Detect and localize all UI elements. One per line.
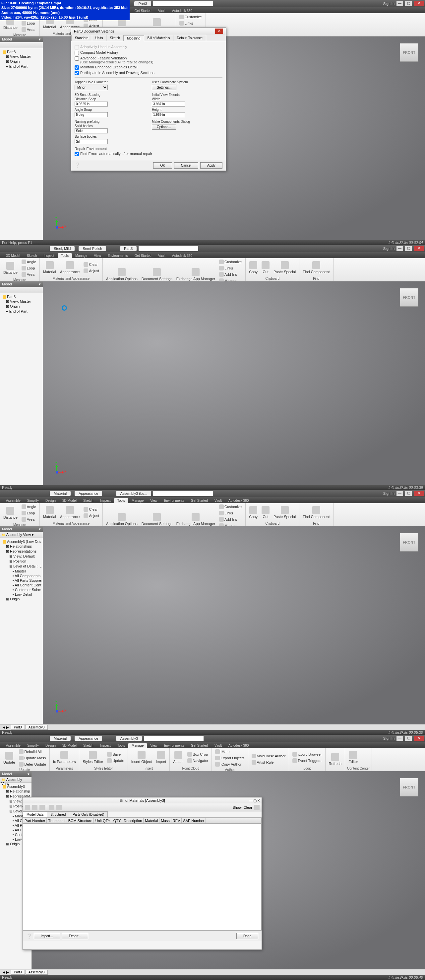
ribbon-add-ins[interactable]: Add-Ins — [218, 272, 243, 277]
tab-3d-model[interactable]: 3D Model — [59, 743, 80, 748]
qat-material[interactable]: Steel, Mild — [50, 246, 75, 251]
bom-tool-icon[interactable] — [56, 805, 62, 810]
bom-col-header[interactable]: QTY — [112, 818, 123, 823]
bom-tool-icon[interactable] — [25, 805, 30, 810]
dlg-tab-standard[interactable]: Standard — [71, 35, 92, 41]
minimize-button[interactable]: — — [396, 1, 403, 6]
tab-manage[interactable]: Manage — [128, 498, 147, 503]
bom-col-header[interactable]: BOM Structure — [67, 818, 94, 823]
ribbon-navigator[interactable]: Navigator — [186, 758, 209, 764]
close-button[interactable]: ✕ — [414, 491, 424, 496]
ribbon-find-component[interactable]: Find Component — [301, 261, 331, 274]
ribbon-customize[interactable]: Customize — [218, 504, 243, 510]
view-height-input[interactable] — [152, 112, 185, 117]
ribbon-appearance[interactable]: Appearance — [59, 506, 81, 519]
qat-appearance[interactable]: Appearance — [75, 491, 102, 496]
ribbon-defer-update[interactable]: Defer Update — [17, 761, 47, 767]
find-errors-checkbox[interactable] — [75, 152, 79, 156]
bom-col-header[interactable]: Description — [122, 818, 144, 823]
ribbon-area[interactable]: Area — [20, 27, 38, 32]
compact-history-checkbox[interactable] — [75, 51, 79, 55]
ribbon-distance[interactable]: Distance — [2, 261, 19, 275]
close-button[interactable]: ✕ — [414, 736, 424, 741]
ribbon-copy[interactable]: Copy — [247, 506, 259, 519]
dlg-tab-default-tolerance[interactable]: Default Tolerance — [173, 35, 206, 41]
viewport[interactable]: FRONT XY — [43, 282, 425, 485]
tab-environments[interactable]: Environments — [161, 743, 188, 748]
bom-tab-structured[interactable]: Structured — [47, 811, 69, 818]
maximize-button[interactable]: ▢ — [405, 246, 412, 251]
tab-simplify[interactable]: Simplify — [24, 743, 42, 748]
ribbon-paste-special[interactable]: Paste Special — [272, 261, 297, 274]
enhanced-graphics-checkbox[interactable] — [75, 65, 79, 70]
search-input[interactable] — [139, 246, 198, 251]
dlg-tab-units[interactable]: Units — [92, 35, 107, 41]
bom-clear-button[interactable]: Clear — [244, 805, 252, 810]
tree-node[interactable]: ▪ Customer Submittal — [1, 587, 41, 592]
ribbon-imate[interactable]: iMate — [214, 749, 246, 755]
tab-inspect[interactable]: Inspect — [97, 743, 114, 748]
tab-tools[interactable]: Tools — [114, 498, 128, 503]
ribbon-customize[interactable]: Customize — [178, 14, 203, 20]
angle-snap-input[interactable] — [75, 112, 108, 117]
ribbon-clear[interactable]: Clear — [82, 506, 100, 512]
help-icon[interactable]: ❔ — [26, 934, 32, 939]
doctab-nav[interactable]: ◀ ▶ — [1, 725, 10, 729]
ribbon-refresh[interactable]: Refresh — [328, 752, 343, 766]
ok-button[interactable]: OK — [153, 162, 172, 169]
ribbon-fx-parameters[interactable]: fx Parameters — [52, 750, 77, 764]
ucs-settings-button[interactable]: Settings... — [152, 84, 176, 90]
tree-node[interactable]: ▪ All Components Suppressed — [1, 573, 41, 578]
tab-tools[interactable]: Tools — [114, 743, 128, 748]
ribbon-area[interactable]: Area — [20, 272, 38, 277]
doctab-part3[interactable]: Part3 — [11, 725, 25, 730]
tab-view[interactable]: View — [147, 743, 161, 748]
ribbon-find-component[interactable]: Find Component — [301, 506, 331, 519]
participate-assembly-checkbox[interactable] — [75, 71, 79, 75]
import-button[interactable]: Import... — [34, 933, 60, 939]
ribbon-add-ins[interactable]: Add-Ins — [218, 516, 243, 522]
tab-autodesk-360[interactable]: Autodesk 360 — [225, 743, 252, 748]
tree-node[interactable]: ▪ Low Detail — [1, 592, 41, 597]
maximize-button[interactable]: ▢ — [405, 1, 412, 6]
qat-appearance[interactable]: Appearance — [75, 736, 102, 741]
ribbon-adjust[interactable]: Adjust — [82, 268, 100, 274]
tab-design[interactable]: Design — [42, 498, 59, 503]
export-button[interactable]: Export... — [62, 933, 88, 939]
search-input[interactable] — [144, 736, 203, 741]
ribbon-update[interactable]: Update — [2, 751, 16, 765]
tab-sketch[interactable]: Sketch — [80, 743, 97, 748]
bom-tool-icon[interactable] — [32, 805, 38, 810]
viewcube[interactable]: FRONT — [400, 288, 419, 307]
ribbon-import[interactable]: Import — [154, 750, 167, 764]
model-tree[interactable]: Part3 ⊞ View: Master ⊞ Origin ● End of P… — [0, 48, 43, 70]
minimize-button[interactable]: — — [396, 246, 403, 251]
signin-link[interactable]: Sign In — [383, 492, 395, 495]
dialog-close-button[interactable]: ✕ — [215, 29, 223, 34]
bom-grid[interactable]: Part NumberThumbnailBOM StructureUnit QT… — [23, 818, 262, 931]
bom-col-header[interactable]: Material — [144, 818, 159, 823]
signin-link[interactable]: Sign In — [383, 737, 395, 740]
dlg-tab-bill-of-materials[interactable]: Bill of Materials — [144, 35, 174, 41]
tab-design[interactable]: Design — [42, 743, 59, 748]
ribbon-copy[interactable]: Copy — [247, 261, 259, 274]
model-tree[interactable]: Assembly3 (Low Detail)⊞ Relationships⊞ R… — [0, 538, 43, 603]
search-input[interactable] — [153, 491, 213, 496]
ribbon-material[interactable]: Material — [42, 261, 57, 274]
tab-autodesk-360[interactable]: Autodesk 360 — [169, 253, 196, 258]
browser-collapse-icon[interactable]: ▾ — [27, 772, 30, 776]
minimize-button[interactable]: — — [396, 736, 403, 741]
ribbon-adjust[interactable]: Adjust — [82, 513, 100, 519]
ribbon-links[interactable]: Links — [218, 510, 243, 516]
ribbon-document-settings[interactable]: Document Settings — [140, 267, 174, 282]
bom-filter-icon[interactable] — [254, 805, 260, 810]
ribbon-exchange-app-manager[interactable]: Exchange App Manager — [175, 267, 216, 282]
signin-link[interactable]: Sign In — [383, 247, 395, 251]
tab-view[interactable]: View — [147, 498, 161, 503]
ribbon-document-settings[interactable]: Document Settings — [140, 512, 174, 527]
ribbon-material[interactable]: Material — [42, 506, 57, 519]
bom-tool-icon[interactable] — [49, 805, 54, 810]
ribbon-loop[interactable]: Loop — [20, 510, 38, 516]
tab-vault[interactable]: Vault — [211, 743, 225, 748]
tree-node[interactable]: ▪ Master — [1, 569, 41, 573]
